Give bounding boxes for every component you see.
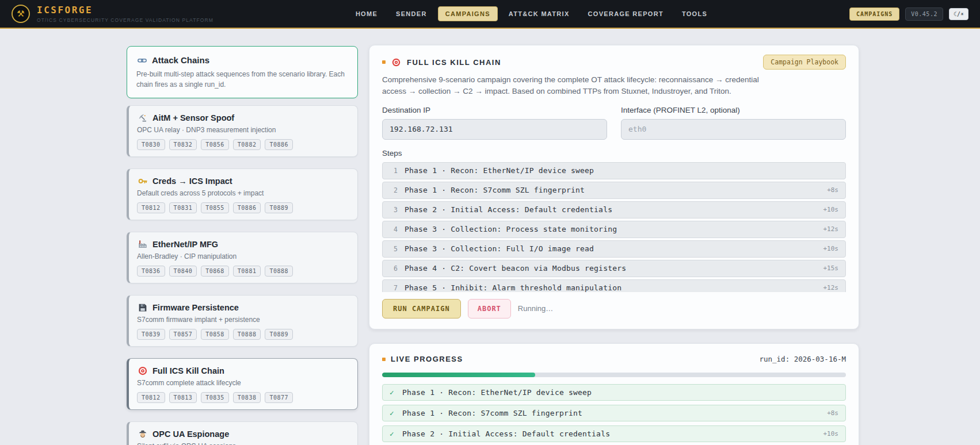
chain-title: Creds → ICS Impact: [152, 177, 232, 186]
attack-chains-description: Pre-built multi-step attack sequences fr…: [136, 69, 348, 90]
progress-label: Phase 1 · Recon: S7comm SZL fingerprint: [402, 409, 582, 417]
run-status-text: Running…: [518, 304, 553, 313]
chain-card[interactable]: EtherNet/IP MFG Allen-Bradley · CIP mani…: [127, 232, 358, 283]
technique-tag: T0813: [169, 392, 197, 403]
detective-icon: [137, 428, 148, 439]
icsforge-logo: ⚒: [12, 5, 30, 23]
technique-tag: T0889: [265, 202, 293, 213]
technique-tag: T0886: [265, 139, 293, 150]
chain-subtitle: Silent exfil via OPC UA sessions: [137, 442, 348, 445]
chain-card[interactable]: Full ICS Kill Chain S7comm complete atta…: [127, 358, 358, 410]
playbook-description: Comprehensive 9-scenario campaign coveri…: [382, 74, 785, 98]
technique-tag: T0856: [201, 139, 229, 150]
nav-item[interactable]: TOOLS: [674, 6, 715, 21]
progress-row: ✓ Phase 2 · Initial Access: Default cred…: [382, 425, 846, 442]
chain-subtitle: OPC UA relay · DNP3 measurement injectio…: [137, 126, 348, 134]
destination-ip-input[interactable]: [382, 119, 607, 140]
dish-icon: [137, 112, 148, 123]
technique-tag: T0830: [137, 139, 165, 150]
nav-item[interactable]: ATT&CK MATRIX: [501, 6, 577, 21]
brand: ⚒ ICSFORGE OT/ICS CYBERSECURITY COVERAGE…: [12, 5, 213, 23]
step-row: 2 Phase 1 · Recon: S7comm SZL fingerprin…: [382, 182, 846, 199]
attack-chains-sidebar: Attack Chains Pre-built multi-step attac…: [127, 46, 358, 445]
chain-title: AitM + Sensor Spoof: [152, 113, 234, 122]
icsforge-app: ⚒ ICSFORGE OT/ICS CYBERSECURITY COVERAGE…: [0, 0, 980, 445]
technique-tag: T0888: [233, 329, 261, 340]
interface-label: Interface (PROFINET L2, optional): [621, 106, 846, 114]
chain-subtitle: Allen-Bradley · CIP manipulation: [137, 252, 348, 260]
progress-bar: [382, 373, 846, 377]
run-campaign-button[interactable]: RUN CAMPAIGN: [382, 299, 461, 319]
progress-delay: +10s: [823, 430, 839, 438]
target-icon: [391, 57, 402, 68]
chain-icon: [136, 55, 147, 66]
playbook-header: FULL ICS KILL CHAIN Campaign Playbook: [382, 56, 846, 68]
brand-subtitle: OT/ICS CYBERSECURITY COVERAGE VALIDATION…: [37, 17, 213, 23]
technique-tag: T0831: [169, 202, 197, 213]
playbook-title: FULL ICS KILL CHAIN: [407, 58, 501, 67]
step-delay: +10s: [823, 245, 839, 252]
chain-card[interactable]: OPC UA Espionage Silent exfil via OPC UA…: [127, 421, 358, 445]
destination-ip-label: Destination IP: [382, 106, 607, 114]
technique-tag: T0812: [137, 202, 165, 213]
chain-tags: T0836T0840T0868T0881T0888: [137, 266, 348, 277]
technique-tag: T0886: [233, 202, 261, 213]
chain-title: Full ICS Kill Chain: [152, 366, 224, 375]
progress-label: Phase 2 · Initial Access: Default creden…: [402, 429, 610, 438]
chain-list: AitM + Sensor Spoof OPC UA relay · DNP3 …: [127, 105, 358, 445]
steps-list[interactable]: 1 Phase 1 · Recon: EtherNet/IP device sw…: [382, 162, 846, 292]
step-number: 4: [390, 225, 398, 233]
target-icon: [137, 365, 148, 376]
nav-item[interactable]: SENDER: [388, 6, 434, 21]
chain-title: OPC UA Espionage: [152, 429, 229, 439]
step-label: Phase 3 · Collection: Full I/O image rea…: [405, 244, 594, 253]
factory-icon: [137, 239, 148, 250]
playbook-panel: FULL ICS KILL CHAIN Campaign Playbook Co…: [369, 45, 859, 329]
progress-delay: +8s: [827, 409, 838, 417]
theme-toggle[interactable]: ☾/☀: [949, 8, 968, 20]
chain-tags: T0839T0857T0858T0888T0889: [137, 329, 348, 340]
abort-button[interactable]: ABORT: [468, 299, 511, 319]
campaign-content: FULL ICS KILL CHAIN Campaign Playbook Co…: [369, 45, 859, 445]
step-row: 6 Phase 4 · C2: Covert beacon via Modbus…: [382, 260, 846, 277]
version-badge: V0.45.2: [905, 7, 943, 21]
orange-bullet-icon: [382, 60, 386, 64]
chain-card[interactable]: AitM + Sensor Spoof OPC UA relay · DNP3 …: [127, 105, 358, 157]
chain-subtitle: Default creds across 5 protocols + impac…: [137, 189, 348, 197]
playbook-footer: RUN CAMPAIGN ABORT Running…: [382, 299, 846, 319]
top-navbar: ⚒ ICSFORGE OT/ICS CYBERSECURITY COVERAGE…: [0, 0, 980, 29]
interface-input[interactable]: [621, 119, 846, 140]
step-label: Phase 1 · Recon: S7comm SZL fingerprint: [405, 186, 585, 194]
step-delay: +10s: [823, 206, 839, 213]
technique-tag: T0838: [233, 392, 261, 403]
chain-subtitle: S7comm complete attack lifecycle: [137, 379, 348, 387]
nav-item[interactable]: HOME: [348, 6, 385, 21]
step-number: 7: [390, 284, 398, 292]
technique-tag: T0836: [137, 266, 165, 277]
destination-ip-field-group: Destination IP: [382, 106, 607, 140]
chain-tags: T0812T0813T0835T0838T0877: [137, 392, 348, 403]
floppy-icon: [137, 302, 148, 313]
attack-chains-header-card: Attack Chains Pre-built multi-step attac…: [127, 46, 358, 98]
chain-card[interactable]: Creds → ICS Impact Default creds across …: [127, 168, 358, 220]
progress-label: Phase 1 · Recon: EtherNet/IP device swee…: [402, 388, 592, 397]
progress-row: ✓ Phase 1 · Recon: EtherNet/IP device sw…: [382, 384, 846, 401]
navbar-badges: CAMPAIGNS V0.45.2 ☾/☀: [849, 7, 968, 21]
technique-tag: T0888: [265, 266, 293, 277]
step-number: 1: [390, 167, 398, 175]
check-icon: ✓: [390, 409, 396, 417]
technique-tag: T0812: [137, 392, 165, 403]
interface-field-group: Interface (PROFINET L2, optional): [621, 106, 846, 140]
step-row: 5 Phase 3 · Collection: Full I/O image r…: [382, 240, 846, 258]
nav-item[interactable]: COVERAGE REPORT: [581, 6, 671, 21]
step-number: 6: [390, 264, 398, 273]
nav-item[interactable]: CAMPAIGNS: [438, 6, 498, 21]
step-label: Phase 1 · Recon: EtherNet/IP device swee…: [405, 166, 594, 175]
brand-text: ICSFORGE OT/ICS CYBERSECURITY COVERAGE V…: [37, 5, 213, 23]
playbook-fields: Destination IP Interface (PROFINET L2, o…: [382, 106, 846, 140]
step-number: 2: [390, 186, 398, 194]
chain-card[interactable]: Firmware Persistence S7comm firmware imp…: [127, 295, 358, 347]
technique-tag: T0857: [169, 329, 197, 340]
step-delay: +8s: [827, 186, 838, 194]
orange-bullet-icon: [382, 358, 386, 361]
